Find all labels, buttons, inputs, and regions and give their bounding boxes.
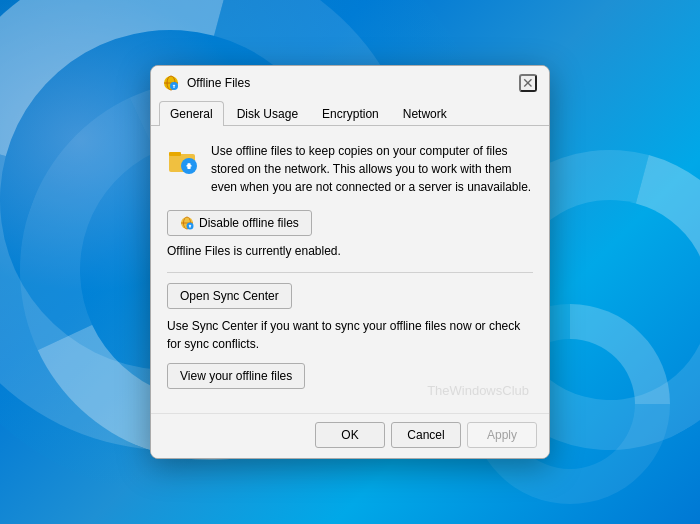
watermark: TheWindowsClub bbox=[427, 383, 529, 398]
tab-network[interactable]: Network bbox=[392, 101, 458, 126]
offline-files-dialog: Offline Files ✕ General Disk Usage Encry… bbox=[150, 65, 550, 459]
ok-button[interactable]: OK bbox=[315, 422, 385, 448]
cancel-button[interactable]: Cancel bbox=[391, 422, 461, 448]
tab-general[interactable]: General bbox=[159, 101, 224, 126]
tab-bar: General Disk Usage Encryption Network bbox=[151, 100, 549, 126]
disable-offline-files-button[interactable]: Disable offline files bbox=[167, 210, 312, 236]
tab-disk-usage[interactable]: Disk Usage bbox=[226, 101, 309, 126]
sync-description-text: Use Sync Center if you want to sync your… bbox=[167, 317, 533, 353]
apply-button[interactable]: Apply bbox=[467, 422, 537, 448]
dialog-footer: OK Cancel Apply bbox=[151, 413, 549, 458]
status-text: Offline Files is currently enabled. bbox=[167, 244, 533, 258]
dialog-content: Use offline files to keep copies on your… bbox=[151, 126, 549, 413]
separator-1 bbox=[167, 272, 533, 273]
offline-files-icon bbox=[167, 144, 199, 176]
close-button[interactable]: ✕ bbox=[519, 74, 537, 92]
open-sync-button-row: Open Sync Center bbox=[167, 283, 533, 309]
disable-button-row: Disable offline files bbox=[167, 210, 533, 236]
dialog-icon bbox=[163, 75, 179, 91]
description-row: Use offline files to keep copies on your… bbox=[167, 142, 533, 196]
sync-section: Open Sync Center Use Sync Center if you … bbox=[167, 283, 533, 353]
dialog-title: Offline Files bbox=[187, 76, 519, 90]
title-bar: Offline Files ✕ bbox=[151, 66, 549, 100]
description-text: Use offline files to keep copies on your… bbox=[211, 142, 533, 196]
disable-icon bbox=[180, 216, 194, 230]
svg-rect-5 bbox=[169, 152, 181, 156]
tab-encryption[interactable]: Encryption bbox=[311, 101, 390, 126]
open-sync-center-button[interactable]: Open Sync Center bbox=[167, 283, 292, 309]
view-offline-files-button[interactable]: View your offline files bbox=[167, 363, 305, 389]
